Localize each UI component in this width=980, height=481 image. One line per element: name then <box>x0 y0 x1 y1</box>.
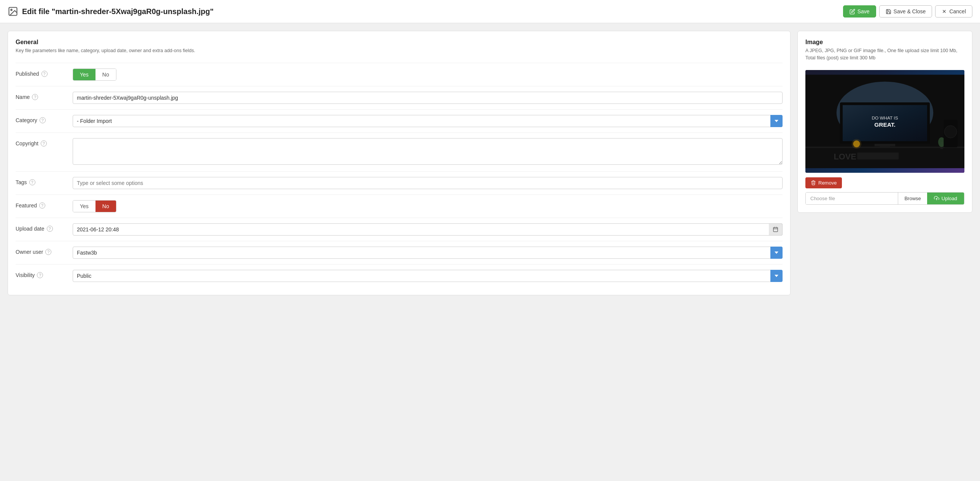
copyright-field <box>73 138 783 166</box>
edit-icon <box>850 9 855 14</box>
name-field <box>73 92 783 104</box>
copyright-help-icon[interactable]: ? <box>41 140 47 147</box>
featured-help-icon[interactable]: ? <box>39 202 45 209</box>
svg-point-29 <box>944 125 957 138</box>
category-field: - Folder Import <box>73 115 783 127</box>
tags-label: Tags <box>16 179 27 185</box>
published-toggle: Yes No <box>73 68 116 81</box>
image-card-description: A JPEG, JPG, PNG or GIF image file., One… <box>805 47 964 62</box>
upload-date-field <box>73 223 783 236</box>
general-card-description: Key file parameters like name, category,… <box>16 47 783 54</box>
browse-button[interactable]: Browse <box>898 193 927 204</box>
category-label: Category <box>16 117 37 123</box>
published-no-button[interactable]: No <box>95 69 116 80</box>
published-label-area: Published ? <box>16 68 69 77</box>
page-title: Edit file "martin-shreder-5Xwaj9gaR0g-un… <box>22 7 214 16</box>
choose-file-label: Choose file <box>806 193 898 204</box>
upload-date-label-area: Upload date ? <box>16 223 69 232</box>
preview-image-svg: DO WHAT IS GREAT. LOVE <box>805 70 964 173</box>
featured-field: Yes No <box>73 200 783 212</box>
image-preview-inner: DO WHAT IS GREAT. LOVE <box>805 70 964 173</box>
image-card: Image A JPEG, JPG, PNG or GIF image file… <box>797 31 972 213</box>
upload-date-wrapper <box>73 223 783 236</box>
save-close-button[interactable]: Save & Close <box>879 5 932 18</box>
remove-button[interactable]: Remove <box>805 177 842 188</box>
svg-text:LOVE: LOVE <box>834 151 856 161</box>
save-close-icon <box>886 9 891 14</box>
page-header: Edit file "martin-shreder-5Xwaj9gaR0g-un… <box>0 0 980 23</box>
category-help-icon[interactable]: ? <box>40 117 46 123</box>
upload-date-input[interactable] <box>73 223 783 236</box>
published-row: Published ? Yes No <box>16 63 783 86</box>
calendar-icon-button[interactable] <box>769 223 783 236</box>
trash-icon <box>811 180 816 185</box>
owner-user-row: Owner user ? Fastw3b <box>16 241 783 264</box>
upload-icon <box>934 196 939 201</box>
svg-text:DO WHAT IS: DO WHAT IS <box>872 115 898 121</box>
featured-label: Featured <box>16 202 37 209</box>
category-row: Category ? - Folder Import <box>16 109 783 132</box>
copyright-row: Copyright ? <box>16 132 783 171</box>
category-select[interactable]: - Folder Import <box>73 115 783 127</box>
published-field: Yes No <box>73 68 783 81</box>
copyright-input[interactable] <box>73 138 783 165</box>
general-card-title: General <box>16 39 783 46</box>
name-input[interactable] <box>73 92 783 104</box>
visibility-help-icon[interactable]: ? <box>37 272 43 278</box>
visibility-label-area: Visibility ? <box>16 270 69 278</box>
name-label: Name <box>16 94 30 100</box>
svg-rect-25 <box>857 152 899 159</box>
file-image-icon <box>8 6 18 17</box>
svg-rect-5 <box>773 228 778 232</box>
upload-button[interactable]: Upload <box>927 193 964 204</box>
page-title-area: Edit file "martin-shreder-5Xwaj9gaR0g-un… <box>8 6 214 17</box>
category-label-area: Category ? <box>16 115 69 123</box>
featured-no-button[interactable]: No <box>95 201 116 212</box>
name-row: Name ? <box>16 86 783 109</box>
owner-user-label: Owner user <box>16 249 43 255</box>
upload-date-label: Upload date <box>16 226 45 232</box>
upload-date-row: Upload date ? <box>16 218 783 241</box>
copyright-label: Copyright <box>16 140 38 147</box>
visibility-select[interactable]: Public <box>73 270 783 282</box>
tags-input[interactable] <box>73 177 783 189</box>
featured-toggle: Yes No <box>73 200 116 212</box>
visibility-row: Visibility ? Public <box>16 264 783 287</box>
visibility-label: Visibility <box>16 272 35 278</box>
owner-user-label-area: Owner user ? <box>16 247 69 255</box>
owner-user-select[interactable]: Fastw3b <box>73 247 783 259</box>
copyright-label-area: Copyright ? <box>16 138 69 147</box>
tags-label-area: Tags ? <box>16 177 69 185</box>
visibility-select-wrapper: Public <box>73 270 783 282</box>
svg-point-23 <box>852 139 861 148</box>
svg-point-1 <box>11 9 12 11</box>
tags-row: Tags ? <box>16 171 783 194</box>
published-help-icon[interactable]: ? <box>41 71 48 77</box>
featured-label-area: Featured ? <box>16 200 69 209</box>
image-card-title: Image <box>805 39 964 46</box>
content-area: General Key file parameters like name, c… <box>0 23 980 303</box>
upload-date-help-icon[interactable]: ? <box>47 226 53 232</box>
visibility-field: Public <box>73 270 783 282</box>
close-icon <box>942 9 947 14</box>
save-button[interactable]: Save <box>843 5 876 18</box>
published-label: Published <box>16 71 39 77</box>
tags-field <box>73 177 783 189</box>
published-yes-button[interactable]: Yes <box>73 69 95 80</box>
svg-text:GREAT.: GREAT. <box>874 121 895 127</box>
file-upload-row: Choose file Browse Upload <box>805 192 964 205</box>
name-help-icon[interactable]: ? <box>32 94 38 100</box>
image-preview: DO WHAT IS GREAT. LOVE <box>805 70 964 173</box>
cancel-button[interactable]: Cancel <box>935 5 972 18</box>
calendar-icon <box>773 226 778 232</box>
name-label-area: Name ? <box>16 92 69 100</box>
featured-yes-button[interactable]: Yes <box>73 201 95 212</box>
category-select-wrapper: - Folder Import <box>73 115 783 127</box>
tags-help-icon[interactable]: ? <box>29 179 35 185</box>
featured-row: Featured ? Yes No <box>16 194 783 218</box>
owner-user-field: Fastw3b <box>73 247 783 259</box>
owner-user-help-icon[interactable]: ? <box>45 249 51 255</box>
header-buttons: Save Save & Close Cancel <box>843 5 972 18</box>
owner-user-select-wrapper: Fastw3b <box>73 247 783 259</box>
general-card: General Key file parameters like name, c… <box>8 31 791 295</box>
